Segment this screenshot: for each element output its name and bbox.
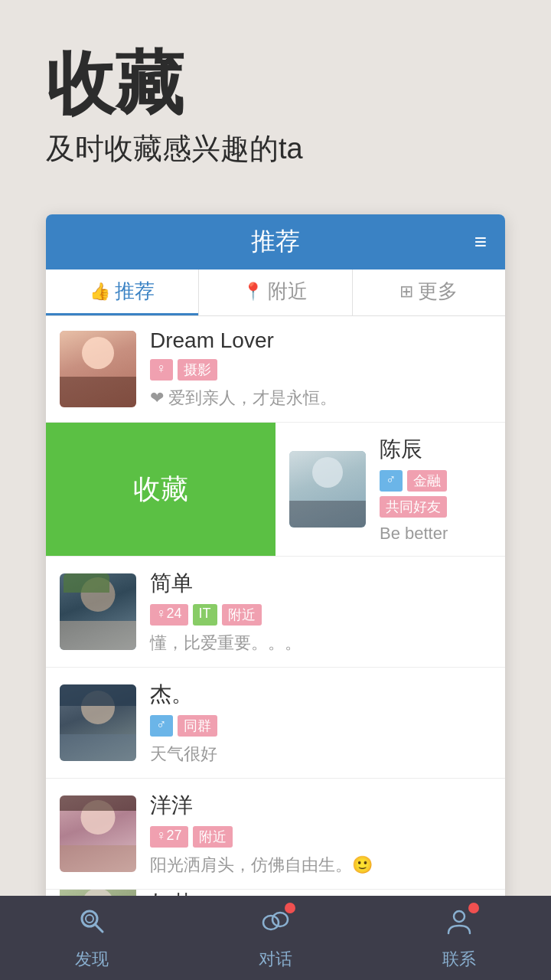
top-area: 收藏 及时收藏感兴趣的ta xyxy=(0,0,551,191)
tag-gender: ♀ xyxy=(150,359,173,381)
filter-icon[interactable]: ≡ xyxy=(474,230,487,254)
user-info: 杰。 ♂ 同群 天气很好 xyxy=(136,680,491,766)
contacts-badge xyxy=(468,903,479,913)
tab-bar: 👍 推荐 📍 附近 ⊞ 更多 xyxy=(46,270,505,316)
nav-item-discover[interactable]: 发现 xyxy=(0,896,184,980)
user-tags: ♀24 IT 附近 xyxy=(150,604,491,626)
discover-icon xyxy=(77,906,107,943)
tag-gender: ♂ xyxy=(150,715,173,737)
user-item[interactable]: 洋洋 ♀27 附近 阳光洒肩头，仿佛自由生。🙂 xyxy=(46,779,505,890)
user-tags: ♂ 同群 xyxy=(150,715,491,737)
tag-interest: 摄影 xyxy=(178,359,217,381)
bottom-nav: 发现 对话 联系 xyxy=(0,896,551,980)
tag-it: IT xyxy=(193,604,217,626)
user-item[interactable]: Dream Lover ♀ 摄影 ❤ 爱到亲人，才是永恒。 xyxy=(46,316,505,423)
page-subtitle: 及时收藏感兴趣的ta xyxy=(46,129,505,168)
svg-point-2 xyxy=(86,915,93,923)
contacts-icon xyxy=(444,906,474,943)
nav-item-contacts[interactable]: 联系 xyxy=(367,896,551,980)
tag-gender: ♂ xyxy=(380,470,403,492)
chat-icon xyxy=(260,906,291,943)
nav-item-chat[interactable]: 对话 xyxy=(184,896,367,980)
user-name: 洋洋 xyxy=(150,791,491,820)
user-name: 杰。 xyxy=(150,680,491,709)
swipe-overlay: 收藏 xyxy=(46,423,276,556)
user-info: Dream Lover ♀ 摄影 ❤ 爱到亲人，才是永恒。 xyxy=(136,328,491,410)
tab-more[interactable]: ⊞ 更多 xyxy=(353,270,505,315)
tag-gender-age: ♀27 xyxy=(150,826,188,848)
user-info: 简单 ♀24 IT 附近 懂，比爱重要。。。 xyxy=(136,569,491,655)
user-info: 洋洋 ♀27 附近 阳光洒肩头，仿佛自由生。🙂 xyxy=(136,791,491,877)
user-item[interactable]: 杰。 ♂ 同群 天气很好 xyxy=(46,668,505,779)
user-item[interactable]: 简单 ♀24 IT 附近 懂，比爱重要。。。 xyxy=(46,557,505,668)
nav-label-chat: 对话 xyxy=(259,948,292,971)
phone-card: 推荐 ≡ 👍 推荐 📍 附近 ⊞ 更多 xyxy=(46,214,505,951)
grid-icon: ⊞ xyxy=(399,282,413,302)
avatar xyxy=(289,451,366,528)
user-name: 陈辰 xyxy=(380,435,505,464)
svg-line-1 xyxy=(95,924,103,932)
svg-point-5 xyxy=(454,911,465,922)
avatar xyxy=(60,331,136,407)
user-desc: Be better xyxy=(380,524,505,544)
user-item[interactable]: 收藏 陈辰 ♂ 金融 共同好友 Be better xyxy=(46,423,505,557)
tab-recommend[interactable]: 👍 推荐 xyxy=(46,270,198,315)
user-desc: 天气很好 xyxy=(150,743,491,766)
user-tags: ♀27 附近 xyxy=(150,826,491,848)
swipe-label: 收藏 xyxy=(133,471,188,508)
tag-nearby: 附近 xyxy=(193,826,233,848)
tag-nearby: 附近 xyxy=(222,604,262,626)
user-tags: ♀ 摄影 xyxy=(150,359,491,381)
user-tags: ♂ 金融 共同好友 xyxy=(380,470,505,518)
tab-recommend-label: 推荐 xyxy=(115,278,155,305)
tag-samegroup: 同群 xyxy=(178,715,217,737)
tag-mutual-friend: 共同好友 xyxy=(380,496,447,518)
user-name: Dream Lover xyxy=(150,328,491,353)
location-pin-icon: 📍 xyxy=(243,282,263,302)
user-desc: 懂，比爱重要。。。 xyxy=(150,632,491,655)
chat-badge xyxy=(285,903,295,913)
user-info: 陈辰 ♂ 金融 共同好友 Be better xyxy=(366,435,505,544)
user-name: 简单 xyxy=(150,569,491,598)
nav-label-contacts: 联系 xyxy=(442,948,476,971)
tab-more-label: 更多 xyxy=(418,278,458,305)
avatar xyxy=(60,684,136,761)
thumbs-up-icon: 👍 xyxy=(90,282,110,302)
avatar xyxy=(60,573,136,650)
svg-point-3 xyxy=(263,916,279,929)
avatar xyxy=(60,795,136,872)
tab-nearby-label: 附近 xyxy=(268,278,308,305)
header-title: 推荐 xyxy=(251,225,300,259)
tag-finance: 金融 xyxy=(407,470,447,492)
user-list: Dream Lover ♀ 摄影 ❤ 爱到亲人，才是永恒。 收藏 xyxy=(46,316,505,951)
tab-nearby[interactable]: 📍 附近 xyxy=(199,270,351,315)
tag-gender-age: ♀24 xyxy=(150,604,188,626)
user-desc: ❤ 爱到亲人，才是永恒。 xyxy=(150,387,491,410)
page-title: 收藏 xyxy=(46,46,505,122)
header-bar: 推荐 ≡ xyxy=(46,214,505,270)
svg-point-4 xyxy=(272,913,288,926)
user-desc: 阳光洒肩头，仿佛自由生。🙂 xyxy=(150,854,491,877)
nav-label-discover: 发现 xyxy=(75,948,109,971)
